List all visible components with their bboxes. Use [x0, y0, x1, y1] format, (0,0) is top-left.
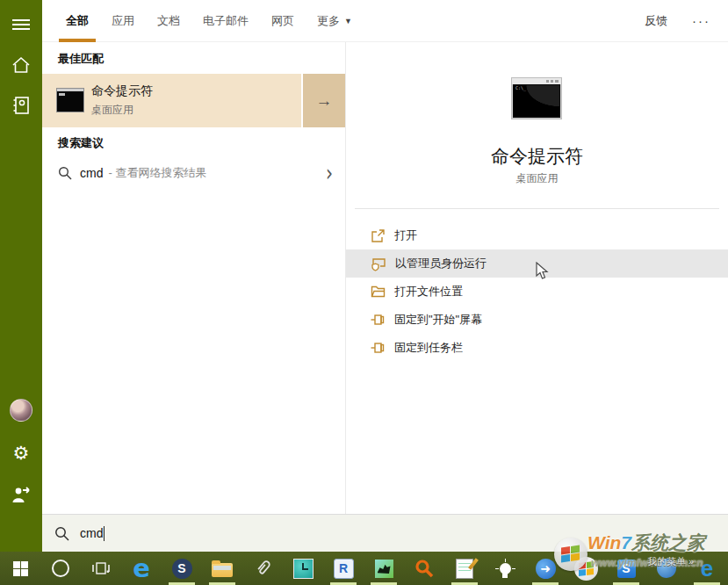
thunder-button[interactable]: ➜ — [525, 552, 566, 585]
file-explorer-button[interactable] — [202, 552, 242, 585]
settings-gear-icon: ⚙ — [13, 444, 30, 462]
win7-activator-button[interactable] — [566, 552, 606, 585]
edge-icon: e — [133, 556, 150, 581]
search-suggestions-header: 搜索建议 — [58, 135, 104, 151]
tab-email[interactable]: 电子邮件 — [203, 0, 249, 42]
hamburger-menu-icon — [12, 18, 30, 31]
suggestion-hint: - 查看网络搜索结果 — [108, 165, 206, 181]
cortana-ring-icon — [52, 560, 69, 577]
action-pin-to-taskbar[interactable]: 固定到任务栏 — [346, 334, 728, 362]
cortana-button[interactable] — [40, 552, 81, 585]
horse-app-icon — [375, 560, 393, 578]
paperclip-icon — [251, 556, 274, 580]
preview-title: 命令提示符 — [346, 144, 728, 169]
pin-icon — [371, 313, 386, 327]
text-caret — [104, 526, 105, 541]
chevron-right-icon: › — [326, 159, 333, 186]
search-tool-button[interactable] — [404, 552, 444, 585]
feedback-button[interactable]: 反馈 — [645, 13, 667, 29]
chevron-down-icon: ▼ — [344, 17, 352, 25]
tab-apps[interactable]: 应用 — [112, 0, 134, 42]
action-open-file-location[interactable]: 打开文件位置 — [346, 278, 728, 306]
feedback-person-icon — [11, 486, 31, 503]
settings-button[interactable]: ⚙ — [0, 435, 42, 470]
blue-app-icon — [657, 559, 676, 578]
mouse-cursor — [536, 262, 549, 280]
user-avatar — [10, 399, 32, 422]
win7-logo-icon — [574, 557, 598, 581]
start-button[interactable] — [0, 552, 40, 585]
open-icon — [371, 228, 386, 243]
taskbar: e S R ➜ S e — [0, 552, 728, 585]
journal-icon — [12, 96, 30, 115]
task-view-icon — [92, 562, 110, 574]
action-pin-to-start[interactable]: 固定到"开始"屏幕 — [346, 306, 728, 334]
edge-icon: e — [701, 557, 713, 580]
horse-app-button[interactable] — [364, 552, 404, 585]
best-match-result[interactable]: 命令提示符 桌面应用 → — [42, 74, 345, 127]
search-icon — [54, 526, 69, 541]
sogou-input-icon: S — [617, 560, 636, 578]
expand-result-button[interactable]: → — [301, 74, 345, 127]
result-title: 命令提示符 — [91, 83, 153, 99]
r-app-button[interactable]: R — [323, 552, 364, 585]
tabbar-right: 反馈 ··· — [645, 13, 728, 29]
web-search-suggestion[interactable]: cmd - 查看网络搜索结果 › — [42, 156, 345, 190]
account-button[interactable] — [0, 393, 42, 428]
search-icon — [58, 166, 72, 180]
tab-all[interactable]: 全部 — [66, 0, 89, 42]
tab-documents[interactable]: 文档 — [157, 0, 180, 42]
suggestion-query: cmd — [80, 166, 103, 180]
action-open[interactable]: 打开 — [346, 221, 728, 249]
task-view-button[interactable] — [81, 552, 121, 585]
feedback-hub-button[interactable] — [0, 477, 42, 512]
file-explorer-icon — [212, 563, 233, 577]
paperclip-app-button[interactable] — [242, 552, 283, 585]
cmd-icon-prompt-text: C:\_ — [515, 86, 526, 90]
thunder-icon: ➜ — [536, 559, 556, 579]
hidden-app-button[interactable] — [646, 552, 687, 585]
sogou-browser-icon: S — [172, 559, 192, 579]
folder-location-icon — [371, 285, 386, 299]
sogou-browser-button[interactable]: S — [162, 552, 202, 585]
cmd-terminal-icon — [56, 88, 84, 112]
notepad-button[interactable] — [444, 552, 485, 585]
cmd-icon-window-controls — [546, 80, 559, 83]
run-as-admin-shield-icon — [371, 256, 386, 271]
search-input-value: cmd — [80, 526, 103, 540]
windows-logo-icon — [13, 561, 28, 576]
home-button[interactable] — [0, 47, 42, 83]
right-arrow-icon: → — [316, 91, 333, 111]
search-input[interactable]: cmd — [42, 514, 728, 552]
r-app-icon: R — [334, 559, 354, 579]
overflow-menu-button[interactable]: ··· — [692, 13, 710, 28]
search-filter-tabbar: 全部 应用 文档 电子邮件 网页 更多▼ 反馈 ··· — [42, 0, 728, 42]
hamburger-menu-button[interactable] — [0, 7, 42, 42]
notepad-icon — [456, 559, 473, 579]
preview-subtitle: 桌面应用 — [346, 171, 728, 186]
edge-button[interactable]: e — [121, 552, 162, 585]
home-icon — [11, 56, 31, 74]
journal-button[interactable] — [0, 88, 42, 123]
pin-icon — [371, 341, 386, 355]
lightbulb-app-button[interactable] — [485, 552, 525, 585]
best-match-header: 最佳匹配 — [58, 51, 104, 67]
sogou-input-button[interactable]: S — [606, 552, 646, 585]
lightbulb-icon — [500, 563, 511, 574]
tab-web[interactable]: 网页 — [271, 0, 294, 42]
clock-app-icon — [293, 559, 314, 579]
edge-second-button[interactable]: e — [687, 552, 727, 585]
tab-more[interactable]: 更多▼ — [317, 0, 352, 42]
clock-app-button[interactable] — [283, 552, 323, 585]
result-subtitle: 桌面应用 — [91, 103, 133, 118]
cmd-terminal-icon-large: C:\_ — [511, 77, 562, 119]
preview-divider — [355, 208, 719, 209]
search-sidebar-rail: ⚙ — [0, 0, 42, 552]
orange-magnifier-icon — [414, 559, 434, 578]
